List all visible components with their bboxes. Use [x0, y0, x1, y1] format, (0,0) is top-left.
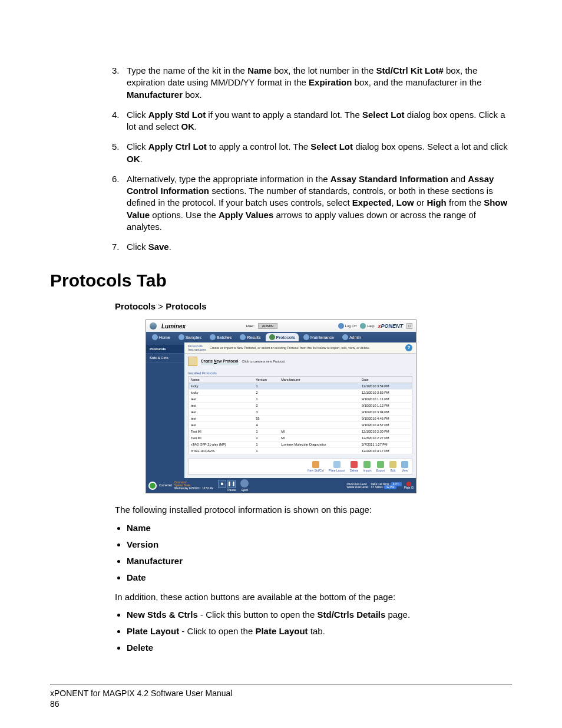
pause-label: Pause	[227, 488, 236, 492]
action-icon	[363, 461, 371, 468]
app-screenshot: Luminex User: ADMIN Log Off Help xPONENT…	[146, 319, 416, 493]
plate-id-label: Plate ID	[404, 486, 414, 489]
create-new-protocol-link[interactable]: Create New Protocol	[201, 359, 239, 364]
footer-title: xPONENT for MAGPIX 4.2 Software User Man…	[50, 688, 512, 699]
new-protocol-icon[interactable]	[188, 357, 197, 366]
table-row[interactable]: lucky212/1/2010 3:55 PM	[189, 390, 412, 396]
tab-icon	[210, 334, 216, 340]
action-bullets: New Stds & Ctrls - Click this button to …	[115, 609, 512, 654]
table-row[interactable]: XTAG-UCDAVIS112/2/2010 4:17 PM	[189, 448, 412, 454]
bullet-delete: Delete	[127, 642, 512, 654]
eject-button[interactable]	[240, 479, 249, 487]
brand-name: Luminex	[161, 323, 186, 330]
connected-icon	[148, 482, 157, 490]
sidebar-item-stds-ctrls[interactable]: Stds & Ctrls	[146, 354, 184, 363]
action-icon	[312, 461, 319, 468]
logoff-button[interactable]: Log Off	[338, 323, 357, 329]
table-row[interactable]: Test MI2MI12/3/2010 2:27 PM	[189, 435, 412, 442]
numbered-steps: Type the name of the kit in the Name box…	[50, 65, 512, 253]
action-export[interactable]: Export	[376, 461, 385, 472]
tab-maintenance[interactable]: Maintenance	[300, 333, 338, 341]
instr-text: Create or import a New Protocol, or sele…	[210, 346, 402, 350]
col-manufacturer[interactable]: Manufacturer	[279, 377, 359, 383]
status-date: Wednesday 6/29/2011	[174, 487, 201, 490]
tab-icon	[152, 334, 158, 340]
help-icon	[360, 323, 366, 329]
protocols-table[interactable]: NameVersionManufacturerDate lucky112/1/2…	[188, 376, 412, 454]
tab-samples[interactable]: Samples	[175, 333, 205, 341]
step-3: Type the name of the kit in the Name box…	[127, 65, 512, 101]
table-row[interactable]: testA9/10/2010 4:57 PM	[189, 422, 412, 429]
bullet-new-stds: New Stds & Ctrls - Click this button to …	[127, 609, 512, 621]
user-label: User:	[246, 324, 254, 328]
bullet-plate-layout: Plate Layout - Click to open the Plate L…	[127, 625, 512, 637]
tab-icon	[178, 334, 184, 340]
col-date[interactable]: Date	[359, 377, 412, 383]
info-bullets: NameVersionManufacturerDate	[115, 522, 512, 584]
action-plate-layout[interactable]: Plate Layout	[329, 461, 345, 472]
table-row[interactable]: lucky112/1/2010 3:54 PM	[189, 383, 412, 390]
pause-button[interactable]: ❚❚	[227, 480, 236, 488]
waste-fluid-label: Waste Fluid Level:	[347, 486, 369, 489]
instructions-bar: Protocols Instructions Create or import …	[184, 342, 416, 354]
tab-admin[interactable]: Admin	[339, 333, 365, 341]
brand-logo-icon	[150, 322, 157, 330]
info-bullet: Name	[127, 522, 512, 534]
info-bullet: Manufacturer	[127, 555, 512, 567]
sidebar: ProtocolsStds & Ctrls	[146, 342, 184, 478]
table-row[interactable]: test19/10/2010 1:11 PM	[189, 396, 412, 403]
tab-icon	[240, 334, 246, 340]
xy-status-value: 32 PSI	[384, 485, 397, 489]
action-delete[interactable]: Delete	[350, 461, 358, 472]
context-help-icon[interactable]: ?	[405, 344, 412, 351]
table-row[interactable]: test29/10/2010 1:12 PM	[189, 403, 412, 409]
stop-button[interactable]: ■	[218, 480, 226, 488]
tab-icon	[303, 334, 309, 340]
action-import[interactable]: Import	[363, 461, 371, 472]
installed-protocols-label: Installed Protocols	[188, 371, 416, 375]
xy-status-label: XY Status:	[371, 486, 383, 489]
breadcrumb: Protocols > Protocols	[115, 301, 512, 311]
step-4: Click Apply Std Lot if you want to apply…	[127, 109, 512, 133]
action-view[interactable]: View	[401, 461, 408, 472]
info-bullet: Version	[127, 539, 512, 551]
footer-rule	[50, 684, 512, 684]
action-new-std-ctrl[interactable]: New Std/Ctrl	[308, 461, 324, 472]
action-icon	[401, 461, 408, 468]
title-bar: Luminex User: ADMIN Log Off Help xPONENT…	[146, 320, 416, 332]
create-protocol-row: Create New Protocol Click to create a ne…	[184, 354, 416, 369]
action-icon	[333, 461, 340, 468]
col-name[interactable]: Name	[189, 377, 254, 383]
action-bar: New Std/CtrlPlate LayoutDeleteImportExpo…	[188, 459, 412, 475]
tab-protocols[interactable]: Protocols	[266, 333, 299, 341]
tab-results[interactable]: Results	[236, 333, 264, 341]
tab-home[interactable]: Home	[148, 333, 174, 341]
action-icon	[351, 461, 358, 468]
table-row[interactable]: Test MI1MI12/1/2010 2:30 PM	[189, 429, 412, 435]
window-close-icon[interactable]: □	[406, 323, 412, 329]
plate-indicator-icon	[406, 482, 411, 486]
page-number: 86	[50, 699, 512, 709]
tab-batches[interactable]: Batches	[206, 333, 235, 341]
step-7: Click Save.	[127, 241, 512, 253]
main-tabs: HomeSamplesBatchesResultsProtocolsMainte…	[146, 332, 416, 342]
sidebar-item-protocols[interactable]: Protocols	[146, 345, 184, 354]
footer: xPONENT for MAGPIX 4.2 Software User Man…	[50, 688, 512, 709]
logoff-icon	[338, 323, 344, 329]
section-title: Protocols Tab	[50, 271, 512, 291]
action-icon	[377, 461, 384, 468]
user-value: ADMIN	[258, 323, 277, 329]
table-row[interactable]: test559/10/2010 4:46 PM	[189, 416, 412, 422]
product-logo: xPONENT	[378, 323, 403, 329]
action-edit[interactable]: Edit	[389, 461, 396, 472]
instr-label: Instructions	[188, 348, 206, 351]
create-desc: Click to create a new Protocol.	[242, 360, 286, 363]
table-row[interactable]: test39/10/2010 3:04 PM	[189, 409, 412, 416]
table-row[interactable]: xTAG GPP 21-plex (MP)1Luminex Molecular …	[189, 442, 412, 448]
connected-label: Connected	[159, 484, 172, 487]
help-button[interactable]: Help	[360, 323, 374, 329]
status-time: 10:52 AM	[202, 487, 213, 490]
after-screenshot-text: The following installed protocol informa…	[115, 504, 512, 516]
tab-icon	[342, 334, 348, 340]
col-version[interactable]: Version	[253, 377, 279, 383]
